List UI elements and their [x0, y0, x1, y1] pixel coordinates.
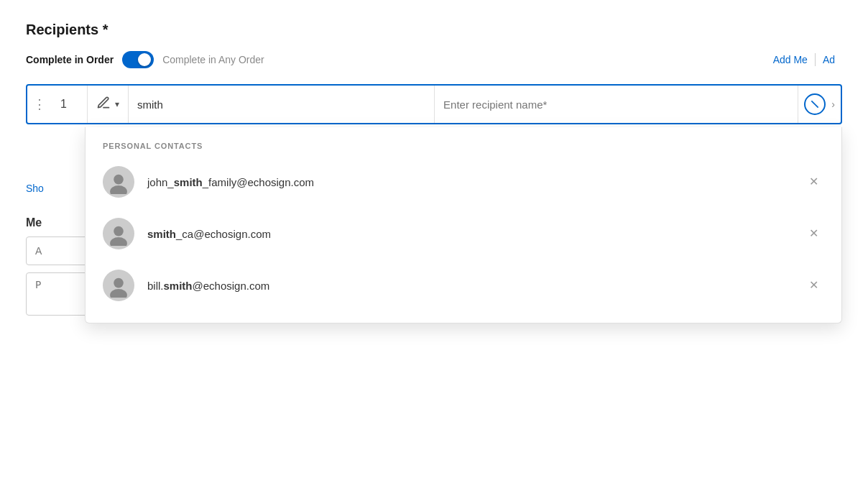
- recipient-row: ⋮ 1 ▾: [26, 84, 842, 124]
- toggle-thumb: [138, 53, 151, 66]
- svg-point-2: [110, 185, 127, 194]
- contact-email-prefix: bill.: [147, 280, 164, 292]
- contact-remove-button[interactable]: ✕: [803, 225, 824, 242]
- add-me-button[interactable]: Add Me: [766, 54, 815, 65]
- action-icons: ›: [798, 86, 841, 123]
- contact-email-suffix: @echosign.com: [193, 280, 270, 292]
- drag-handle[interactable]: ⋮: [27, 86, 52, 123]
- recipient-number: 1: [52, 86, 88, 123]
- toggle-row: Complete in Order Complete in Any Order …: [26, 51, 842, 68]
- contacts-dropdown: PERSONAL CONTACTS john_smith_family@echo…: [85, 127, 842, 323]
- contact-email-suffix: _family@echosign.com: [203, 176, 314, 188]
- avatar: [103, 270, 134, 301]
- header-actions: Add Me Ad: [766, 53, 842, 66]
- contact-remove-button[interactable]: ✕: [803, 173, 824, 190]
- name-input-cell[interactable]: [435, 86, 798, 123]
- name-input[interactable]: [443, 86, 789, 123]
- svg-point-4: [110, 237, 127, 246]
- role-selector[interactable]: ▾: [88, 86, 129, 123]
- personal-contacts-label: PERSONAL CONTACTS: [86, 133, 841, 156]
- row-chevron-icon[interactable]: ›: [831, 98, 835, 110]
- avatar: [103, 166, 134, 198]
- recipient-section: ⋮ 1 ▾: [26, 84, 842, 124]
- svg-line-0: [812, 101, 818, 107]
- recipients-title: Recipients *: [26, 22, 842, 38]
- contact-email-bold: smith: [174, 176, 203, 188]
- contact-item[interactable]: smith_ca@echosign.com ✕: [86, 208, 841, 260]
- no-sign-icon[interactable]: [804, 93, 826, 115]
- complete-any-order-label: Complete in Any Order: [162, 54, 264, 65]
- contact-email: smith_ca@echosign.com: [147, 228, 790, 240]
- complete-in-order-label: Complete in Order: [26, 54, 114, 65]
- avatar: [103, 218, 134, 249]
- contact-email-bold: smith: [147, 228, 176, 240]
- contact-email-bold: smith: [164, 280, 193, 292]
- email-input[interactable]: [137, 86, 425, 123]
- email-input-cell[interactable]: [129, 86, 435, 123]
- contact-email-suffix: _ca@echosign.com: [176, 228, 271, 240]
- contact-remove-button[interactable]: ✕: [803, 277, 824, 294]
- svg-point-6: [110, 289, 127, 298]
- svg-point-5: [114, 278, 124, 288]
- svg-point-1: [114, 175, 124, 185]
- contact-email: john_smith_family@echosign.com: [147, 176, 790, 188]
- contact-email-prefix: john_: [147, 176, 174, 188]
- show-link[interactable]: Sho: [26, 183, 44, 194]
- contact-item[interactable]: john_smith_family@echosign.com ✕: [86, 156, 841, 208]
- pen-icon: [96, 96, 111, 114]
- add-button[interactable]: Ad: [816, 54, 842, 65]
- complete-in-order-toggle[interactable]: [122, 51, 154, 68]
- contact-email: bill.smith@echosign.com: [147, 280, 790, 292]
- svg-point-3: [114, 226, 124, 236]
- role-chevron-icon: ▾: [115, 99, 119, 109]
- contact-item[interactable]: bill.smith@echosign.com ✕: [86, 260, 841, 311]
- toggle-track: [122, 51, 154, 68]
